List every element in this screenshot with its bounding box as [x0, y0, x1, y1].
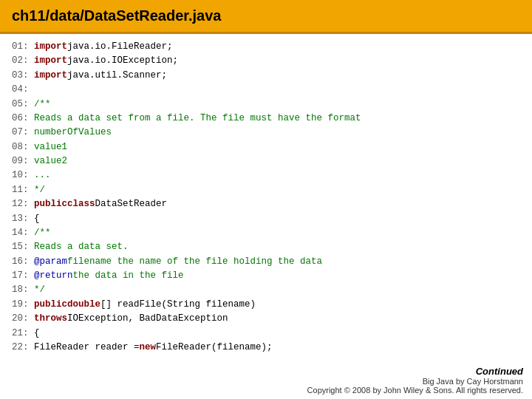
code-segment: FileReader reader = — [34, 341, 140, 355]
code-segment: java.io.IOException; — [67, 54, 178, 68]
code-line: 16: @param filename the name of the file… — [12, 255, 520, 269]
code-segment: filename the name of the file holding th… — [67, 255, 322, 269]
line-number: 15: — [12, 240, 34, 254]
code-line: 14: /** — [12, 226, 520, 240]
code-line: 12:public class DataSetReader — [12, 197, 520, 211]
code-line: 10: ... — [12, 168, 520, 183]
code-segment: public — [34, 298, 67, 312]
code-segment: { — [34, 327, 40, 341]
code-segment: */ — [34, 183, 45, 197]
line-number: 11: — [12, 183, 34, 197]
code-segment: throws — [34, 312, 67, 326]
continued-label: Continued — [476, 366, 523, 377]
code-segment: IOException, BadDataException — [67, 312, 228, 326]
code-segment: import — [34, 54, 67, 68]
code-line: 07: numberOfValues — [12, 126, 520, 140]
code-segment: @param — [34, 255, 67, 269]
code-segment: /** — [34, 98, 51, 112]
copyright-text: Copyright © 2008 by John Wiley & Sons. A… — [307, 386, 523, 395]
code-segment: the data in the file — [73, 269, 184, 283]
footer: Continued Big Java by Cay Horstmann Copy… — [307, 366, 523, 395]
code-segment: import — [34, 69, 67, 83]
line-number: 06: — [12, 112, 34, 126]
code-segment: /** — [34, 226, 51, 240]
code-segment: FileReader(filename); — [156, 341, 273, 355]
code-line: 19: public double[] readFile(String file… — [12, 298, 520, 312]
line-number: 04: — [12, 83, 34, 97]
code-segment: Reads a data set. — [34, 240, 129, 254]
line-number: 22: — [12, 341, 34, 355]
code-segment: double — [67, 298, 100, 312]
code-line: 02:import java.io.IOException; — [12, 54, 520, 68]
code-line: 17: @return the data in the file — [12, 269, 520, 283]
line-number: 03: — [12, 69, 34, 83]
line-number: 05: — [12, 98, 34, 112]
code-segment: value2 — [34, 154, 67, 168]
code-segment: new — [140, 341, 157, 355]
code-line: 04: — [12, 83, 520, 97]
code-segment: import — [34, 40, 67, 54]
code-line: 01:import java.io.FileReader; — [12, 40, 520, 54]
line-number: 20: — [12, 312, 34, 326]
code-line: 09: value2 — [12, 154, 520, 168]
code-line: 06: Reads a data set from a file. The fi… — [12, 112, 520, 126]
line-number: 13: — [12, 212, 34, 226]
code-line: 21: { — [12, 327, 520, 341]
line-number: 01: — [12, 40, 34, 54]
code-segment: java.io.FileReader; — [67, 40, 173, 54]
code-segment: class — [67, 197, 95, 211]
code-block: 01:import java.io.FileReader;02:import j… — [0, 34, 532, 361]
code-segment: @return — [34, 269, 73, 283]
line-number: 18: — [12, 283, 34, 297]
line-number: 12: — [12, 197, 34, 211]
code-segment: java.util.Scanner; — [67, 69, 167, 83]
code-line: 05:/** — [12, 98, 520, 112]
code-segment: */ — [34, 283, 45, 297]
code-line: 08: value1 — [12, 140, 520, 154]
code-line: 15: Reads a data set. — [12, 240, 520, 254]
line-number: 07: — [12, 126, 34, 140]
code-line: 18: */ — [12, 283, 520, 297]
code-line: 11: */ — [12, 183, 520, 197]
line-number: 02: — [12, 54, 34, 68]
line-number: 19: — [12, 298, 34, 312]
code-segment: DataSetReader — [95, 197, 168, 211]
code-segment: { — [34, 212, 40, 226]
line-number: 14: — [12, 226, 34, 240]
code-line: 22: FileReader reader = new FileReader(f… — [12, 341, 520, 355]
line-number: 21: — [12, 327, 34, 341]
code-segment: ... — [34, 168, 51, 183]
line-number: 09: — [12, 154, 34, 168]
code-line: 03:import java.util.Scanner; — [12, 69, 520, 83]
code-line: 13:{ — [12, 212, 520, 226]
book-credit: Big Java by Cay Horstmann — [423, 377, 523, 386]
code-line: 20: throws IOException, BadDataException — [12, 312, 520, 326]
line-number: 10: — [12, 168, 34, 183]
page-title: ch11/data/DataSetReader.java — [0, 0, 532, 34]
code-segment: value1 — [34, 140, 67, 154]
code-segment: public — [34, 197, 67, 211]
line-number: 16: — [12, 255, 34, 269]
code-segment: [] readFile(String filename) — [100, 298, 256, 312]
line-number: 17: — [12, 269, 34, 283]
line-number: 08: — [12, 140, 34, 154]
code-segment: numberOfValues — [34, 126, 112, 140]
code-segment: Reads a data set from a file. The file m… — [34, 112, 361, 126]
